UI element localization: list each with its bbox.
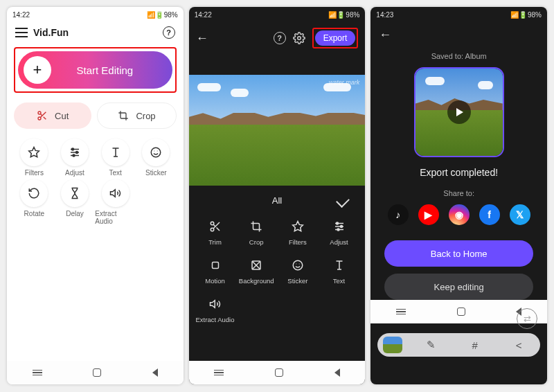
cut-button[interactable]: Cut (14, 103, 91, 129)
play-icon (447, 100, 471, 124)
svg-point-11 (73, 154, 75, 157)
smile-icon (289, 257, 306, 274)
plus-icon: + (24, 56, 51, 84)
menu-icon[interactable] (15, 28, 28, 37)
tool-trim[interactable]: Trim (195, 218, 236, 246)
svg-line-24 (213, 224, 215, 226)
highlight-export: Export (312, 28, 359, 48)
nav-back-icon[interactable] (334, 368, 340, 377)
share-instagram-button[interactable]: ◉ (449, 204, 470, 225)
home-header: Vid.Fun ? (7, 22, 184, 43)
gear-icon[interactable] (293, 32, 305, 44)
video-preview[interactable]: water mark (189, 75, 366, 186)
hash-icon[interactable]: # (459, 339, 491, 351)
status-bar: 14:23 📶🔋98% (370, 7, 547, 22)
svg-point-31 (337, 229, 339, 231)
svg-point-19 (297, 37, 301, 40)
highlight-start-editing: + Start Editing (14, 47, 177, 93)
nav-recent-icon[interactable] (214, 370, 224, 376)
svg-marker-42 (210, 301, 215, 308)
tool-filters[interactable]: Filters (14, 139, 55, 177)
share-youtube-button[interactable]: ▶ (418, 204, 439, 225)
svg-point-36 (293, 260, 303, 270)
motion-icon (207, 257, 224, 274)
rotate-icon (20, 179, 48, 207)
tool-sticker[interactable]: Sticker (277, 257, 319, 285)
status-right: 📶🔋 98% (147, 11, 178, 19)
check-icon[interactable] (336, 194, 350, 208)
screen-editor: 14:22 📶🔋98% ← ? Export water mark All (189, 7, 366, 384)
help-icon[interactable]: ? (274, 32, 286, 44)
share-to-label: Share to: (370, 189, 547, 197)
audio-icon (102, 179, 129, 207)
status-bar: 14:22 📶🔋98% (189, 7, 366, 22)
nav-recent-icon[interactable] (33, 370, 42, 376)
app-title: Vid.Fun (33, 27, 69, 38)
star-icon (289, 218, 306, 235)
crop-button[interactable]: Crop (97, 103, 176, 129)
status-time: 14:23 (376, 11, 393, 19)
bottom-action-bar: ✎ # < (377, 333, 540, 357)
svg-line-23 (216, 228, 220, 231)
smile-icon (142, 139, 170, 166)
watermark: water mark (329, 79, 360, 86)
nav-home-icon[interactable] (457, 308, 465, 316)
tool-extract-audio[interactable]: Extract Audio (95, 179, 136, 225)
export-thumbnail[interactable] (414, 67, 504, 157)
share-icon[interactable]: < (503, 339, 535, 351)
tool-crop[interactable]: Crop (235, 218, 277, 246)
nav-home-icon[interactable] (275, 368, 283, 377)
export-button[interactable]: Export (315, 30, 356, 46)
svg-point-15 (152, 148, 161, 157)
tool-rotate[interactable]: Rotate (14, 179, 55, 225)
svg-point-30 (340, 226, 342, 228)
back-to-home-button[interactable]: Back to Home (384, 240, 533, 267)
tool-extract-audio[interactable]: Extract Audio (195, 296, 236, 323)
share-twitter-button[interactable]: 𝕏 (510, 204, 530, 225)
star-icon (20, 139, 48, 166)
tool-adjust[interactable]: Adjust (55, 139, 96, 177)
category-all-tab[interactable]: All (217, 195, 338, 206)
help-icon[interactable]: ? (163, 26, 175, 39)
svg-rect-32 (212, 262, 218, 269)
screen-export-done: 14:23 📶🔋98% ← Saved to: Album Export com… (370, 7, 547, 384)
status-bar: 14:22 📶🔋 98% (7, 7, 184, 22)
tool-filters[interactable]: Filters (277, 218, 319, 246)
start-editing-button[interactable]: + Start Editing (18, 51, 172, 89)
edit-icon[interactable]: ✎ (415, 339, 447, 351)
share-facebook-button[interactable]: f (479, 204, 500, 225)
android-nav-bar (7, 361, 184, 384)
hourglass-icon (61, 179, 89, 207)
translate-fab-icon[interactable]: ⇄ (517, 308, 537, 329)
tool-delay[interactable]: Delay (55, 179, 96, 225)
svg-point-29 (336, 222, 338, 224)
saved-location-label: Saved to: Album (370, 52, 547, 60)
keep-editing-button[interactable]: Keep editing (384, 274, 533, 300)
tool-background[interactable]: Background (235, 257, 277, 285)
tool-motion[interactable]: Motion (195, 257, 236, 285)
tool-adjust[interactable]: Adjust (319, 218, 360, 246)
crop-icon (248, 218, 265, 235)
nav-back-icon[interactable] (152, 368, 158, 377)
back-icon[interactable]: ← (379, 28, 391, 42)
background-icon (248, 257, 265, 274)
tool-text[interactable]: Text (95, 139, 136, 177)
audio-icon (207, 296, 224, 312)
export-status-label: Export completed! (370, 167, 547, 178)
share-tiktok-button[interactable]: ♪ (388, 204, 409, 225)
thumbnail-mini-icon[interactable] (383, 337, 402, 353)
status-battery: 98% (164, 11, 178, 19)
nav-recent-icon[interactable] (396, 309, 406, 315)
scissors-icon (37, 110, 48, 121)
sliders-icon (331, 218, 348, 235)
tool-text[interactable]: Text (319, 257, 360, 285)
nav-home-icon[interactable] (93, 368, 101, 377)
svg-point-10 (75, 152, 78, 154)
back-icon[interactable]: ← (196, 31, 208, 46)
trim-icon (207, 218, 224, 235)
screen-home: 14:22 📶🔋 98% Vid.Fun ? + Start Editing (7, 7, 184, 384)
svg-line-3 (44, 117, 46, 120)
svg-line-4 (40, 114, 42, 116)
tool-sticker[interactable]: Sticker (136, 139, 177, 177)
crop-icon (118, 110, 129, 121)
